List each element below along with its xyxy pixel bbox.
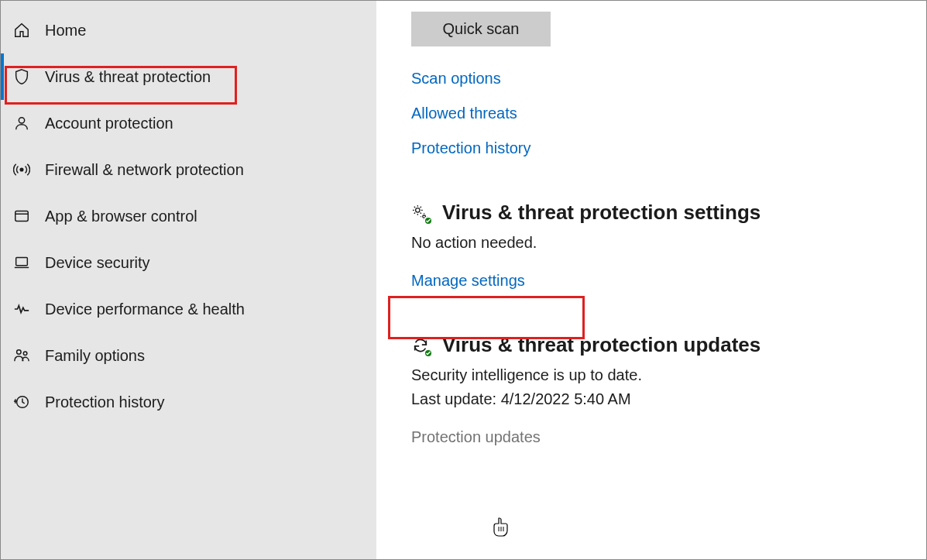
sidebar-item-label: Virus & threat protection [45,68,211,86]
sidebar-item-label: Firewall & network protection [45,161,244,179]
checkmark-badge-icon [424,349,433,358]
sidebar-item-home[interactable]: Home [1,7,376,53]
family-icon [12,346,31,365]
updates-status-text: Security intelligence is up to date. [411,366,926,384]
threat-links: Scan options Allowed threats Protection … [411,70,926,157]
person-icon [12,114,31,132]
shield-icon [12,67,31,86]
sidebar-item-label: Device performance & health [45,301,245,318]
settings-section: Virus & threat protection settings No ac… [411,201,926,290]
svg-rect-2 [15,211,29,222]
settings-status-text: No action needed. [411,234,926,252]
svg-point-6 [17,350,21,355]
refresh-icon [411,336,430,355]
app-window-icon [12,207,31,225]
settings-section-title: Virus & threat protection settings [442,201,760,225]
svg-point-0 [19,118,24,123]
svg-rect-4 [16,258,28,266]
updates-section: Virus & threat protection updates Securi… [411,333,926,446]
scan-options-link[interactable]: Scan options [411,70,926,88]
sidebar: Home Virus & threat protection Account p… [1,1,376,559]
antenna-icon [12,160,31,179]
content-pane: Quick scan Scan options Allowed threats … [376,1,926,559]
windows-security-window: Home Virus & threat protection Account p… [0,0,927,560]
laptop-icon [12,253,31,272]
sidebar-item-label: Device security [45,254,150,272]
updates-section-header: Virus & threat protection updates [411,333,926,357]
svg-point-1 [20,168,23,171]
gears-icon [411,204,430,222]
sidebar-item-label: App & browser control [45,208,197,225]
updates-section-title: Virus & threat protection updates [442,333,760,357]
svg-point-9 [416,208,421,212]
quick-scan-button[interactable]: Quick scan [411,12,551,46]
sidebar-item-label: Account protection [45,115,173,132]
settings-section-header: Virus & threat protection settings [411,201,926,225]
sidebar-item-virus-threat[interactable]: Virus & threat protection [1,53,376,100]
sidebar-item-account[interactable]: Account protection [1,100,376,146]
last-update-text: Last update: 4/12/2022 5:40 AM [411,390,926,408]
allowed-threats-link[interactable]: Allowed threats [411,105,926,122]
sidebar-item-label: Home [45,22,86,40]
sidebar-item-label: Protection history [45,393,165,411]
home-icon [12,21,31,40]
manage-settings-link[interactable]: Manage settings [411,272,525,290]
sidebar-item-app-browser[interactable]: App & browser control [1,193,376,239]
sidebar-item-protection-history[interactable]: Protection history [1,379,376,425]
checkmark-badge-icon [424,216,433,225]
sidebar-item-family[interactable]: Family options [1,332,376,379]
sidebar-item-firewall[interactable]: Firewall & network protection [1,146,376,193]
history-icon [12,393,31,411]
sidebar-item-device-security[interactable]: Device security [1,239,376,286]
svg-point-7 [23,352,27,356]
sidebar-item-label: Family options [45,347,145,365]
protection-history-link[interactable]: Protection history [411,139,926,157]
protection-updates-link[interactable]: Protection updates [411,428,541,446]
sidebar-item-device-performance[interactable]: Device performance & health [1,286,376,332]
heart-rate-icon [12,300,31,318]
